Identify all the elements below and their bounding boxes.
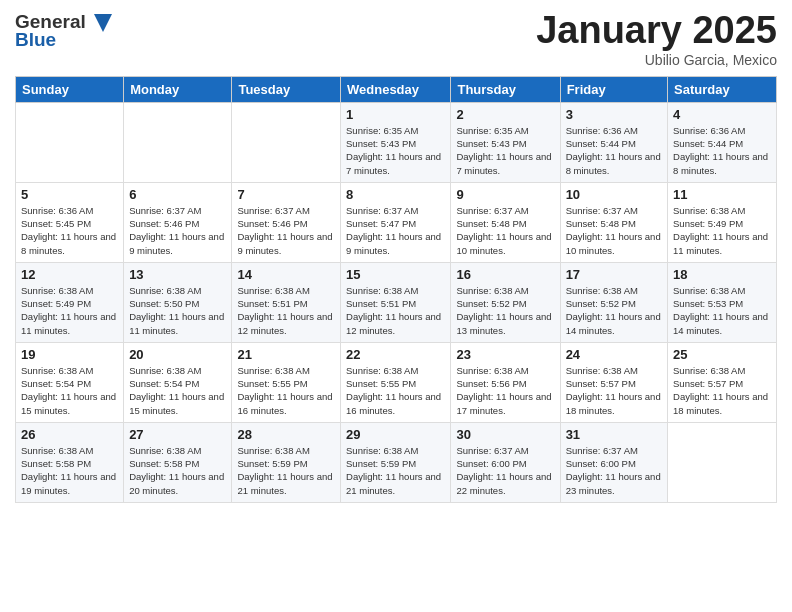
- day-number: 1: [346, 107, 445, 122]
- table-cell: 23 Sunrise: 6:38 AMSunset: 5:56 PMDaylig…: [451, 342, 560, 422]
- table-cell: 10 Sunrise: 6:37 AMSunset: 5:48 PMDaylig…: [560, 182, 667, 262]
- day-number: 8: [346, 187, 445, 202]
- day-info: Sunrise: 6:38 AMSunset: 5:54 PMDaylight:…: [129, 365, 224, 416]
- table-cell: 2 Sunrise: 6:35 AMSunset: 5:43 PMDayligh…: [451, 102, 560, 182]
- day-info: Sunrise: 6:38 AMSunset: 5:50 PMDaylight:…: [129, 285, 224, 336]
- day-info: Sunrise: 6:36 AMSunset: 5:44 PMDaylight:…: [673, 125, 768, 176]
- week-row-4: 19 Sunrise: 6:38 AMSunset: 5:54 PMDaylig…: [16, 342, 777, 422]
- day-info: Sunrise: 6:37 AMSunset: 5:46 PMDaylight:…: [237, 205, 332, 256]
- table-cell: 11 Sunrise: 6:38 AMSunset: 5:49 PMDaylig…: [668, 182, 777, 262]
- week-row-3: 12 Sunrise: 6:38 AMSunset: 5:49 PMDaylig…: [16, 262, 777, 342]
- day-number: 23: [456, 347, 554, 362]
- day-info: Sunrise: 6:37 AMSunset: 6:00 PMDaylight:…: [456, 445, 551, 496]
- header-saturday: Saturday: [668, 76, 777, 102]
- day-info: Sunrise: 6:38 AMSunset: 5:55 PMDaylight:…: [346, 365, 441, 416]
- table-cell: 21 Sunrise: 6:38 AMSunset: 5:55 PMDaylig…: [232, 342, 341, 422]
- table-cell: 7 Sunrise: 6:37 AMSunset: 5:46 PMDayligh…: [232, 182, 341, 262]
- table-cell: [16, 102, 124, 182]
- table-cell: 13 Sunrise: 6:38 AMSunset: 5:50 PMDaylig…: [124, 262, 232, 342]
- table-cell: 16 Sunrise: 6:38 AMSunset: 5:52 PMDaylig…: [451, 262, 560, 342]
- weekday-header-row: Sunday Monday Tuesday Wednesday Thursday…: [16, 76, 777, 102]
- header-sunday: Sunday: [16, 76, 124, 102]
- table-cell: 8 Sunrise: 6:37 AMSunset: 5:47 PMDayligh…: [341, 182, 451, 262]
- day-number: 14: [237, 267, 335, 282]
- day-info: Sunrise: 6:38 AMSunset: 5:58 PMDaylight:…: [21, 445, 116, 496]
- day-info: Sunrise: 6:38 AMSunset: 5:51 PMDaylight:…: [237, 285, 332, 336]
- day-number: 10: [566, 187, 662, 202]
- day-info: Sunrise: 6:37 AMSunset: 5:46 PMDaylight:…: [129, 205, 224, 256]
- calendar-table: Sunday Monday Tuesday Wednesday Thursday…: [15, 76, 777, 503]
- table-cell: 17 Sunrise: 6:38 AMSunset: 5:52 PMDaylig…: [560, 262, 667, 342]
- header-thursday: Thursday: [451, 76, 560, 102]
- day-number: 27: [129, 427, 226, 442]
- day-info: Sunrise: 6:38 AMSunset: 5:57 PMDaylight:…: [566, 365, 661, 416]
- day-number: 12: [21, 267, 118, 282]
- day-number: 18: [673, 267, 771, 282]
- title-section: January 2025 Ubilio Garcia, Mexico: [536, 10, 777, 68]
- day-number: 26: [21, 427, 118, 442]
- header-monday: Monday: [124, 76, 232, 102]
- logo: General Blue: [15, 10, 112, 49]
- table-cell: 29 Sunrise: 6:38 AMSunset: 5:59 PMDaylig…: [341, 422, 451, 502]
- header-tuesday: Tuesday: [232, 76, 341, 102]
- day-number: 7: [237, 187, 335, 202]
- day-info: Sunrise: 6:37 AMSunset: 6:00 PMDaylight:…: [566, 445, 661, 496]
- subtitle: Ubilio Garcia, Mexico: [536, 52, 777, 68]
- table-cell: 28 Sunrise: 6:38 AMSunset: 5:59 PMDaylig…: [232, 422, 341, 502]
- week-row-1: 1 Sunrise: 6:35 AMSunset: 5:43 PMDayligh…: [16, 102, 777, 182]
- table-cell: 3 Sunrise: 6:36 AMSunset: 5:44 PMDayligh…: [560, 102, 667, 182]
- day-number: 15: [346, 267, 445, 282]
- day-number: 5: [21, 187, 118, 202]
- table-cell: 30 Sunrise: 6:37 AMSunset: 6:00 PMDaylig…: [451, 422, 560, 502]
- day-number: 3: [566, 107, 662, 122]
- table-cell: [124, 102, 232, 182]
- day-info: Sunrise: 6:38 AMSunset: 5:58 PMDaylight:…: [129, 445, 224, 496]
- table-cell: 24 Sunrise: 6:38 AMSunset: 5:57 PMDaylig…: [560, 342, 667, 422]
- table-cell: 31 Sunrise: 6:37 AMSunset: 6:00 PMDaylig…: [560, 422, 667, 502]
- day-info: Sunrise: 6:38 AMSunset: 5:52 PMDaylight:…: [456, 285, 551, 336]
- table-cell: 12 Sunrise: 6:38 AMSunset: 5:49 PMDaylig…: [16, 262, 124, 342]
- day-number: 31: [566, 427, 662, 442]
- day-info: Sunrise: 6:38 AMSunset: 5:52 PMDaylight:…: [566, 285, 661, 336]
- day-number: 13: [129, 267, 226, 282]
- day-number: 30: [456, 427, 554, 442]
- table-cell: 9 Sunrise: 6:37 AMSunset: 5:48 PMDayligh…: [451, 182, 560, 262]
- day-number: 11: [673, 187, 771, 202]
- day-info: Sunrise: 6:37 AMSunset: 5:48 PMDaylight:…: [566, 205, 661, 256]
- week-row-5: 26 Sunrise: 6:38 AMSunset: 5:58 PMDaylig…: [16, 422, 777, 502]
- day-number: 22: [346, 347, 445, 362]
- day-number: 17: [566, 267, 662, 282]
- day-info: Sunrise: 6:38 AMSunset: 5:49 PMDaylight:…: [673, 205, 768, 256]
- day-number: 9: [456, 187, 554, 202]
- table-cell: 15 Sunrise: 6:38 AMSunset: 5:51 PMDaylig…: [341, 262, 451, 342]
- month-title: January 2025: [536, 10, 777, 52]
- table-cell: 22 Sunrise: 6:38 AMSunset: 5:55 PMDaylig…: [341, 342, 451, 422]
- day-info: Sunrise: 6:38 AMSunset: 5:59 PMDaylight:…: [346, 445, 441, 496]
- day-number: 20: [129, 347, 226, 362]
- day-info: Sunrise: 6:38 AMSunset: 5:59 PMDaylight:…: [237, 445, 332, 496]
- header: General Blue January 2025 Ubilio Garcia,…: [15, 10, 777, 68]
- day-info: Sunrise: 6:38 AMSunset: 5:55 PMDaylight:…: [237, 365, 332, 416]
- day-info: Sunrise: 6:38 AMSunset: 5:51 PMDaylight:…: [346, 285, 441, 336]
- day-number: 6: [129, 187, 226, 202]
- day-number: 25: [673, 347, 771, 362]
- page-container: General Blue January 2025 Ubilio Garcia,…: [0, 0, 792, 513]
- header-wednesday: Wednesday: [341, 76, 451, 102]
- day-info: Sunrise: 6:37 AMSunset: 5:48 PMDaylight:…: [456, 205, 551, 256]
- header-friday: Friday: [560, 76, 667, 102]
- table-cell: 20 Sunrise: 6:38 AMSunset: 5:54 PMDaylig…: [124, 342, 232, 422]
- day-number: 21: [237, 347, 335, 362]
- day-info: Sunrise: 6:36 AMSunset: 5:44 PMDaylight:…: [566, 125, 661, 176]
- table-cell: [668, 422, 777, 502]
- day-info: Sunrise: 6:35 AMSunset: 5:43 PMDaylight:…: [346, 125, 441, 176]
- day-number: 4: [673, 107, 771, 122]
- day-info: Sunrise: 6:36 AMSunset: 5:45 PMDaylight:…: [21, 205, 116, 256]
- day-info: Sunrise: 6:38 AMSunset: 5:54 PMDaylight:…: [21, 365, 116, 416]
- day-info: Sunrise: 6:38 AMSunset: 5:49 PMDaylight:…: [21, 285, 116, 336]
- table-cell: 27 Sunrise: 6:38 AMSunset: 5:58 PMDaylig…: [124, 422, 232, 502]
- table-cell: 26 Sunrise: 6:38 AMSunset: 5:58 PMDaylig…: [16, 422, 124, 502]
- week-row-2: 5 Sunrise: 6:36 AMSunset: 5:45 PMDayligh…: [16, 182, 777, 262]
- table-cell: 19 Sunrise: 6:38 AMSunset: 5:54 PMDaylig…: [16, 342, 124, 422]
- day-number: 24: [566, 347, 662, 362]
- table-cell: 4 Sunrise: 6:36 AMSunset: 5:44 PMDayligh…: [668, 102, 777, 182]
